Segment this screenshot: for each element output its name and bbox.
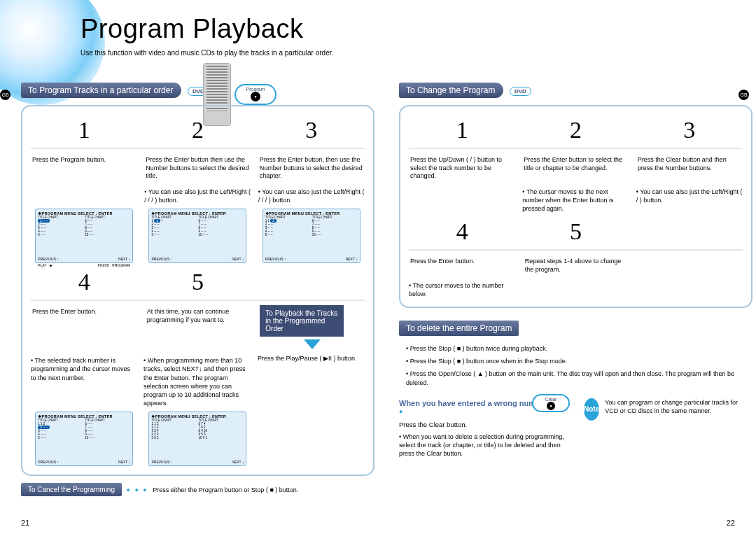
footnote-text: You can program or change particular tra… <box>605 398 752 415</box>
delete-bullet: Press the Open/Close ( ▲ ) button on the… <box>406 370 751 386</box>
step-text: Press the Program button. <box>31 153 137 183</box>
step-note: The cursor moves to the number below. <box>409 281 515 298</box>
delete-bullet: Press the Stop ( ■ ) button once when in… <box>406 357 751 365</box>
note-badge: Note <box>584 398 599 421</box>
step-number: 5 <box>144 269 251 295</box>
step-number: 3 <box>258 117 365 143</box>
clear-button-illustration: Clear ● <box>532 394 570 412</box>
step-number: 5 <box>522 218 629 245</box>
step-note: The selected track number is programming… <box>31 356 136 407</box>
left-page: To Program Tracks in a particular order … <box>21 83 374 496</box>
wrong-number-title: When you have entered a wrong number <box>399 398 547 408</box>
dvd-badge: DVD <box>510 87 531 96</box>
program-button-illustration: Program ● <box>234 84 276 105</box>
right-page: To Change the Program DVD 1 2 3 Press th… <box>399 83 752 458</box>
step-note: You can use also just the Left/Right ( /… <box>636 188 743 213</box>
step-text: Press the Up/Down ( / ) button to select… <box>409 153 515 183</box>
section-title-program: To Program Tracks in a particular order <box>21 83 181 98</box>
section-title-change: To Change the Program <box>399 83 503 98</box>
osd-screen: ❖PROGRAM MENU SELECT : ENTER TITLE CHAPT… <box>148 412 246 466</box>
step-number: 2 <box>522 117 629 143</box>
step-text: Press the Enter button. <box>31 305 139 352</box>
cancel-title: To Cancel the Programming <box>21 483 122 496</box>
delete-bullet: Press the Stop ( ■ ) button twice during… <box>406 344 751 353</box>
step-text: Press the Enter button to select the tit… <box>522 153 629 183</box>
step-note: You can use also just the Left/Right ( /… <box>258 188 365 204</box>
osd-screen: ❖PROGRAM MENU SELECT : ENTER TITLE CHAPT… <box>262 209 360 263</box>
wrong-note: When you want to delete a selection duri… <box>399 433 574 458</box>
step-text: At this time, you can continue programmi… <box>146 305 253 352</box>
step-number: 4 <box>409 218 515 245</box>
step-number: 4 <box>31 269 137 295</box>
step-note: When programming more than 10 tracks, se… <box>144 356 249 407</box>
delete-title: To delete the entire Program <box>399 321 519 336</box>
step-text: Press the Enter button. <box>409 255 517 276</box>
osd-screen: ❖PROGRAM MENU SELECT : ENTER TITLE CHAPT… <box>35 209 133 263</box>
cancel-text: Press either the Program button or Stop … <box>153 486 298 493</box>
step-text: Press the Enter button then use the Numb… <box>144 153 251 183</box>
wrong-press: Press the Clear button. <box>399 421 574 428</box>
step-text: Repeat steps 1-4 above to change the pro… <box>524 255 631 276</box>
region-badge-left: GB <box>0 90 10 100</box>
step-note: The cursor moves to the next number when… <box>522 188 629 213</box>
page-number-right: 22 <box>727 519 735 527</box>
dots-icon: ● ● ● <box>126 486 148 493</box>
step-text: Press the Clear button and then press th… <box>636 153 743 183</box>
osd-screen: ❖PROGRAM MENU SELECT : ENTER TITLE CHAPT… <box>35 412 133 466</box>
playback-text: Press the Play/Pause ( ▶II ) button. <box>256 352 365 407</box>
playback-callout: To Playback the Tracks in the Programmed… <box>260 305 344 337</box>
step-number: 1 <box>409 117 515 143</box>
step-number: 3 <box>636 117 743 143</box>
page-subtitle: Use this function with video and music C… <box>80 49 333 57</box>
arrow-down-icon <box>304 339 321 349</box>
step-number: 1 <box>31 117 137 143</box>
step-text: Press the Enter button, then use the Num… <box>258 153 365 183</box>
page-number-left: 21 <box>21 519 29 527</box>
step-note: You can use also just the Left/Right ( /… <box>144 188 251 204</box>
page-title: Program Playback <box>80 14 303 44</box>
change-steps-panel: 1 2 3 Press the Up/Down ( / ) button to … <box>399 105 752 308</box>
osd-screen: ❖PROGRAM MENU SELECT : ENTER TITLE CHAPT… <box>148 209 246 263</box>
step-number: 2 <box>144 117 251 143</box>
program-steps-panel: 1 2 3 Press the Program button. Press th… <box>21 105 374 476</box>
